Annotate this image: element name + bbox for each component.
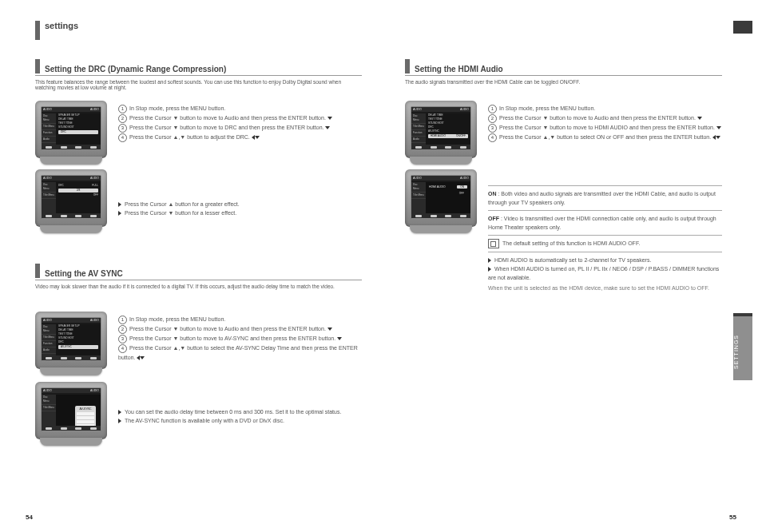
hdmi-options: ON : Both video and audio signals are tr… [488, 182, 722, 292]
manual-spread: settings Setting the DRC (Dynamic Range … [0, 0, 762, 532]
screen-main: SPEAKER SETUP DELAY TIME TEST TONE SOUND… [56, 113, 101, 145]
screen-header-right: AUDIO [90, 108, 99, 111]
note-bullet: When HDMI AUDIO is turned on, PL II / PL… [488, 264, 722, 282]
section-header: Setting the HDMI Audio [405, 59, 722, 76]
step: 3Press the Cursor ▼ button to move to AV… [118, 334, 362, 343]
arrow-icon [488, 267, 491, 272]
section-title: Setting the AV SYNC [45, 269, 123, 278]
section-tab-icon [35, 264, 40, 278]
arrow-icon [118, 211, 121, 216]
chevron-down-icon [697, 117, 702, 120]
section-header: Setting the AV SYNC [35, 264, 362, 280]
slider-mid: 2/8 [77, 189, 80, 193]
step: 2Press the Cursor ▼ button to move to Au… [488, 113, 722, 123]
screen-header: AUDIO AUDIO [42, 176, 101, 181]
screen-header-left: AUDIO [43, 108, 52, 111]
sidebar-item: Title Menu [42, 124, 56, 130]
arrow-icon [488, 258, 491, 263]
section-intro: This feature balances the range between … [35, 79, 362, 90]
screen: AUDIOAUDIO Disc Menu Title Menu Function… [411, 106, 471, 150]
popup-option-on: ON [457, 185, 467, 189]
sidebar-item: Audio [42, 137, 56, 143]
chevron-down-icon [716, 136, 720, 139]
note-row: The default setting of this function is … [488, 239, 722, 248]
bullet: Press the Cursor ▲ button for a greater … [118, 200, 362, 208]
side-tab: SETTINGS [733, 316, 752, 380]
section-hdmi: Setting the HDMI Audio The audio signals… [405, 59, 722, 85]
slider-title: DRC [58, 184, 64, 188]
option-row: ON : Both video and audio signals are tr… [488, 189, 722, 207]
menu-row-highlight: DRC [61, 130, 66, 134]
screen-footer [42, 213, 101, 218]
chevron-down-icon [327, 328, 332, 331]
step: 2Press the Cursor ▼ button to move to Au… [118, 113, 362, 123]
screen: AUDIOAUDIO Disc Menu Title Menu HDMI AUD… [411, 175, 471, 219]
page-number-left: 54 [26, 514, 33, 521]
section-title: Setting the DRC (Dynamic Range Compressi… [45, 65, 226, 73]
slider-top: FULL [92, 184, 98, 188]
arrow-icon [118, 202, 121, 207]
chevron-down-icon [327, 117, 332, 120]
step: 3Press the Cursor ▼ button to move to DR… [118, 123, 362, 133]
section-header: Setting the DRC (Dynamic Range Compressi… [35, 59, 362, 76]
sidebar-item: Function [42, 130, 56, 137]
screen: AUDIO AUDIO Disc Menu Title Menu Functio… [41, 106, 101, 150]
chevron-down-icon [325, 126, 330, 129]
page-number-right: 55 [729, 514, 736, 521]
sidebar-item: Disc Menu [42, 113, 56, 124]
bullet: You can set the audio delay time between… [118, 407, 362, 416]
screen-header: AUDIO AUDIO [42, 107, 101, 112]
menu-row: SOUND EDIT [58, 125, 74, 129]
popup-option-off: OFF [456, 192, 467, 195]
bullet: Press the Cursor ▼ button for a lesser e… [118, 208, 362, 217]
step: 4Press the Cursor ▲,▼ button to select O… [488, 133, 722, 142]
chevron-down-icon [255, 136, 260, 139]
chevron-down-icon [337, 337, 342, 340]
screen: AUDIOAUDIO Disc Menu Title Menu Function… [41, 317, 101, 361]
arrow-icon [118, 419, 121, 423]
tv-screenshot-hdmi-menu: AUDIOAUDIO Disc Menu Title Menu Function… [405, 101, 477, 158]
screen-sidebar: Disc Menu Title Menu [42, 182, 56, 213]
slider-bottom: OFF [93, 193, 98, 197]
page-left: settings Setting the DRC (Dynamic Range … [0, 0, 381, 532]
edge-tab-icon [35, 21, 40, 40]
section-tab-icon [405, 59, 410, 73]
popup-title: HDMI AUDIO [429, 185, 446, 189]
chevron-down-icon [716, 126, 721, 129]
section-intro: The audio signals transmitted over the H… [405, 79, 722, 85]
option-desc: Video is transmitted over the HDMI conne… [488, 216, 716, 230]
step: 3Press the Cursor ▼ button to move to HD… [488, 123, 722, 133]
tv-screenshot-hdmi-popup: AUDIOAUDIO Disc Menu Title Menu HDMI AUD… [405, 169, 477, 227]
option-desc: Both video and audio signals are transmi… [488, 191, 716, 205]
step: 2Press the Cursor ▼ button to move to Au… [118, 324, 362, 334]
note-bullet: When the unit is selected as the HDMI de… [488, 284, 722, 292]
screen-sidebar: Disc Menu Title Menu Function Audio [42, 113, 56, 145]
instructions-drc: 1In Stop mode, press the MENU button. 2P… [118, 104, 362, 142]
section-tab-icon [35, 59, 40, 73]
arrow-icon [118, 410, 121, 415]
tv-screenshot-avsync-popup: AUDIOAUDIO Disc Menu Title Menu AV-SYNC [35, 382, 107, 439]
popup-title: AV-SYNC [77, 407, 94, 411]
option-row: OFF : Video is transmitted over the HDMI… [488, 214, 722, 232]
page-heading: settings [45, 21, 78, 30]
tv-screenshot-avsync-menu: AUDIOAUDIO Disc Menu Title Menu Function… [35, 312, 107, 369]
side-tab-cap-icon [733, 313, 752, 316]
screen: AUDIOAUDIO Disc Menu Title Menu AV-SYNC [41, 387, 101, 431]
tv-screenshot-drc-slider: AUDIO AUDIO Disc Menu Title Menu DRC FUL… [35, 169, 107, 227]
screen-main: DRC FULL 2/8 OFF [56, 182, 101, 213]
section-title: Setting the HDMI Audio [415, 65, 503, 73]
step: 1In Stop mode, press the MENU button. [118, 104, 362, 113]
step: 4Press the Cursor ▲,▼ button to select t… [118, 343, 362, 362]
side-tab-label: SETTINGS [733, 316, 739, 387]
step: 1In Stop mode, press the MENU button. [118, 315, 362, 324]
instruction-bullets-drc: Press the Cursor ▲ button for a greater … [118, 200, 362, 217]
tv-screenshot-drc-menu: AUDIO AUDIO Disc Menu Title Menu Functio… [35, 101, 107, 158]
edge-tab-icon [733, 21, 752, 34]
screen: AUDIO AUDIO Disc Menu Title Menu DRC FUL… [41, 175, 101, 219]
step: 1In Stop mode, press the MENU button. [488, 104, 722, 113]
step: 4Press the Cursor ▲,▼ button to adjust t… [118, 133, 362, 142]
instruction-bullets-avsync: You can set the audio delay time between… [118, 407, 362, 425]
section-intro: Video may look slower than the audio if … [35, 284, 362, 289]
note-icon [488, 239, 499, 248]
instructions-hdmi: 1In Stop mode, press the MENU button. 2P… [488, 104, 722, 142]
